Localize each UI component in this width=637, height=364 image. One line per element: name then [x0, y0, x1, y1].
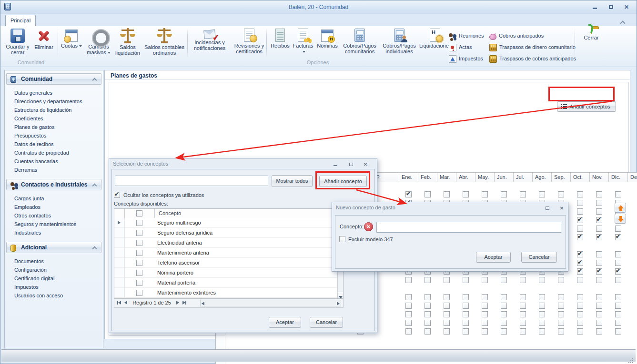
month-checkbox-12[interactable]: [615, 234, 621, 240]
month-checkbox-11[interactable]: [596, 311, 602, 317]
pager-last-button[interactable]: [182, 300, 186, 305]
sidebar-item-planes-de-gastos[interactable]: Planes de gastos: [5, 123, 102, 131]
month-checkbox-11[interactable]: [596, 277, 602, 283]
exclude-347-checkbox[interactable]: [339, 236, 345, 242]
month-checkbox-1[interactable]: [405, 191, 412, 197]
month-checkbox-5[interactable]: [482, 277, 488, 283]
grid-header-month-12[interactable]: Dic.: [609, 173, 628, 182]
month-checkbox-10[interactable]: [577, 277, 583, 283]
show-all-button[interactable]: Mostrar todos: [272, 175, 313, 187]
month-checkbox-3[interactable]: [444, 311, 450, 317]
month-checkbox-10[interactable]: [577, 200, 583, 206]
month-checkbox-1[interactable]: [405, 320, 412, 326]
window-minimize-button[interactable]: [589, 3, 600, 11]
month-checkbox-6[interactable]: [501, 191, 507, 197]
ribbon-button-cobros-pagos-individuales[interactable]: Cobros/Pagos individuales: [380, 28, 418, 59]
month-checkbox-1[interactable]: [405, 294, 412, 300]
tab-principal[interactable]: Principal: [5, 15, 36, 26]
month-checkbox-12[interactable]: [615, 268, 621, 275]
sidebar-item-configuracion[interactable]: Configuración: [5, 266, 102, 274]
month-checkbox-7[interactable]: [520, 311, 526, 317]
selection-dialog-restore-button[interactable]: [347, 161, 355, 167]
month-checkbox-4[interactable]: [463, 328, 469, 334]
month-checkbox-12[interactable]: [615, 260, 621, 266]
grid-header-month-7[interactable]: Jul.: [514, 173, 533, 182]
month-checkbox-12[interactable]: [615, 191, 621, 197]
month-checkbox-3[interactable]: [444, 294, 450, 300]
month-checkbox-12[interactable]: [615, 303, 621, 309]
ribbon-button-facturas[interactable]: Facturas: [292, 28, 314, 59]
ribbon-button-reuniones[interactable]: Reuniones: [449, 31, 484, 40]
sidebar-item-cargos-junta[interactable]: Cargos junta: [5, 194, 102, 203]
select-all-checkbox[interactable]: [136, 210, 142, 216]
month-checkbox-9[interactable]: [558, 320, 564, 326]
month-checkbox-4[interactable]: [463, 303, 469, 309]
month-checkbox-11[interactable]: [596, 303, 602, 309]
sidebar-item-usuarios-con-acceso[interactable]: Usuarios con acceso: [5, 291, 102, 300]
concept-input[interactable]: [376, 222, 561, 233]
sidebar-item-datos-de-recibos[interactable]: Datos de recibos: [5, 140, 102, 148]
ribbon-collapse-chevron-icon[interactable]: [620, 20, 626, 25]
month-checkbox-8[interactable]: [539, 294, 545, 300]
month-checkbox-10[interactable]: [577, 208, 583, 215]
month-checkbox-10[interactable]: [577, 217, 583, 223]
month-checkbox-2[interactable]: [425, 320, 431, 326]
ribbon-button-actas[interactable]: Actas: [449, 42, 472, 52]
month-checkbox-7[interactable]: [520, 303, 526, 309]
month-checkbox-12[interactable]: [615, 328, 621, 334]
month-checkbox-12[interactable]: [615, 277, 621, 283]
ribbon-button-recibos[interactable]: Recibos: [270, 28, 291, 59]
sidebar-item-seguros-y-mantenimientos[interactable]: Seguros y mantenimientos: [5, 220, 102, 228]
month-checkbox-6[interactable]: [501, 277, 507, 283]
hide-used-checkbox[interactable]: [114, 192, 120, 198]
pager-prev-button[interactable]: [124, 300, 127, 305]
concept-checkbox[interactable]: [136, 250, 142, 256]
month-checkbox-9[interactable]: [558, 303, 564, 309]
sidebar-item-industriales[interactable]: Industriales: [5, 228, 102, 237]
month-checkbox-8[interactable]: [539, 328, 545, 334]
new-dialog-close-button[interactable]: ✕: [557, 205, 566, 211]
ribbon-button-impuestos[interactable]: Impuestos: [449, 54, 483, 63]
month-checkbox-6[interactable]: [501, 328, 507, 334]
month-checkbox-11[interactable]: [596, 251, 602, 257]
ribbon-button-traspasos-de-cobros-anticipados[interactable]: Traspasos de cobros anticipados: [489, 54, 576, 63]
month-checkbox-11[interactable]: [596, 208, 602, 215]
month-checkbox-10[interactable]: [577, 234, 583, 240]
grid-header-month-1[interactable]: Ene.: [399, 173, 418, 182]
new-concept-accept-button[interactable]: Aceptar: [476, 252, 511, 263]
move-up-button[interactable]: [615, 203, 626, 213]
sidebar-item-derramas[interactable]: Derramas: [5, 166, 102, 174]
ribbon-button-cobros-pagos-comunitarios[interactable]: Cobros/Pagos comunitarios: [340, 28, 379, 59]
month-checkbox-12[interactable]: [615, 226, 621, 232]
sidebar-item-datos-generales[interactable]: Datos generales: [5, 89, 102, 97]
month-checkbox-11[interactable]: [596, 328, 602, 334]
concept-checkbox[interactable]: [136, 260, 142, 266]
month-checkbox-7[interactable]: [520, 328, 526, 334]
list-item[interactable]: Mantenimiento extintores: [114, 288, 337, 298]
sidebar-group-contactos-e-industriales[interactable]: Contactos e industriales: [6, 179, 101, 190]
month-checkbox-2[interactable]: [425, 294, 431, 300]
month-checkbox-4[interactable]: [463, 311, 469, 317]
selection-dialog-minimize-button[interactable]: [331, 161, 340, 167]
ribbon-button-saldos-contables-ordinarios[interactable]: Saldos contables ordinarios: [142, 28, 186, 59]
month-checkbox-9[interactable]: [558, 328, 564, 334]
month-checkbox-7[interactable]: [520, 277, 526, 283]
month-checkbox-1[interactable]: [405, 328, 412, 334]
new-dialog-restore-button[interactable]: [543, 205, 552, 211]
list-item[interactable]: Seguro multiriesgo: [114, 218, 337, 228]
month-checkbox-5[interactable]: [482, 311, 488, 317]
month-checkbox-3[interactable]: [444, 320, 450, 326]
concept-checkbox[interactable]: [136, 290, 142, 296]
month-checkbox-11[interactable]: [596, 320, 602, 326]
list-item[interactable]: Teléfono ascensor: [114, 258, 337, 268]
month-checkbox-11[interactable]: [596, 294, 602, 300]
month-checkbox-2[interactable]: [425, 277, 431, 283]
month-checkbox-3[interactable]: [444, 277, 450, 283]
concept-checkbox[interactable]: [136, 240, 142, 246]
concept-checkbox[interactable]: [136, 270, 142, 276]
new-concept-cancel-button[interactable]: Cancelar: [521, 252, 557, 263]
grid-header-desviacion[interactable]: Desviación gasto anterior: [628, 173, 637, 182]
month-checkbox-9[interactable]: [558, 277, 564, 283]
sidebar-item-impuestos[interactable]: Impuestos: [5, 283, 102, 291]
concept-checkbox[interactable]: [136, 220, 142, 226]
